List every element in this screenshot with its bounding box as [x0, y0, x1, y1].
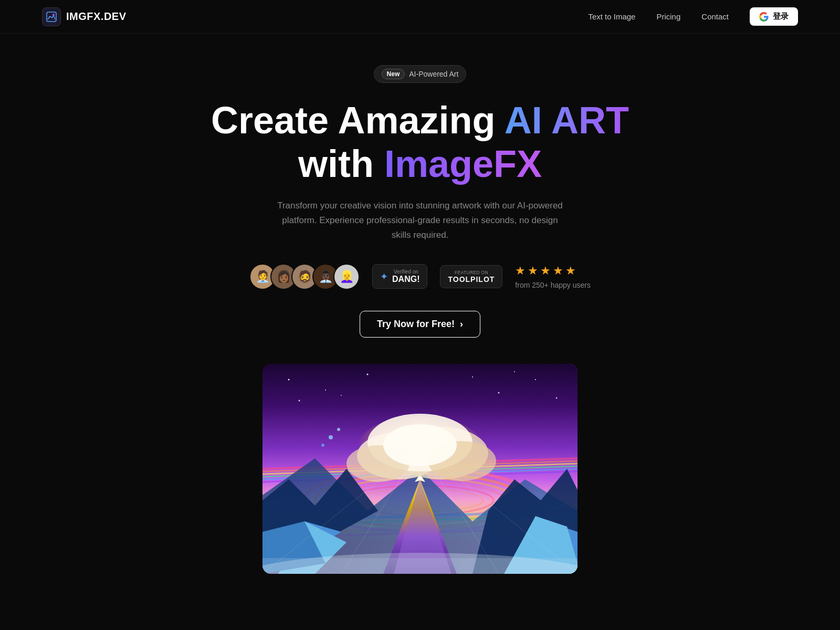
- svg-rect-49: [262, 558, 578, 574]
- nav-links: Text to Image Pricing Contact 登录: [588, 7, 798, 26]
- svg-point-39: [325, 390, 326, 391]
- verified-icon: ✦: [380, 271, 388, 282]
- toolpilot-name: TOOLPILOT: [448, 275, 495, 284]
- social-proof: 🧑‍💼 👩🏾 🧔 👨🏿‍💼 👱‍♀️ ✦ Verified on DANG! F…: [249, 264, 591, 290]
- verified-text: Verified on DANG!: [392, 269, 419, 284]
- svg-point-43: [472, 376, 473, 377]
- badge-new-label: New: [382, 69, 405, 79]
- svg-point-47: [514, 371, 515, 372]
- nav-pricing[interactable]: Pricing: [656, 12, 680, 21]
- star-3: ★: [540, 264, 551, 278]
- star-2: ★: [528, 264, 538, 278]
- navbar: IMGFX.DEV Text to Image Pricing Contact …: [0, 0, 840, 34]
- svg-point-56: [321, 444, 324, 447]
- svg-point-45: [535, 379, 536, 380]
- svg-point-37: [383, 424, 457, 466]
- title-imagefx: ImageFX: [384, 143, 542, 185]
- rating-text: from 250+ happy users: [515, 281, 591, 289]
- svg-point-54: [329, 435, 333, 439]
- toolpilot-label: FEATURED ON: [448, 270, 495, 275]
- hero-art-svg: [262, 364, 578, 574]
- cta-button[interactable]: Try Now for Free! ›: [360, 311, 480, 338]
- google-icon: [759, 12, 769, 22]
- svg-point-41: [341, 395, 342, 396]
- svg-point-1: [52, 14, 55, 16]
- avatar-5: 👱‍♀️: [333, 264, 360, 290]
- cta-label: Try Now for Free!: [377, 319, 455, 330]
- hero-section: New AI-Powered Art Create Amazing AI ART…: [0, 34, 840, 574]
- star-rating: ★ ★ ★ ★ ★: [515, 264, 576, 278]
- svg-point-44: [498, 392, 500, 393]
- login-label: 登录: [773, 12, 789, 22]
- ratings: ★ ★ ★ ★ ★ from 250+ happy users: [515, 264, 591, 289]
- badge-text: AI-Powered Art: [409, 70, 458, 78]
- svg-point-42: [299, 400, 300, 401]
- svg-point-46: [556, 397, 558, 398]
- svg-point-40: [367, 373, 369, 375]
- hero-image: [262, 364, 578, 574]
- verified-name: DANG!: [392, 275, 419, 284]
- star-5: ★: [565, 264, 576, 278]
- cta-arrow-icon: ›: [460, 319, 463, 330]
- svg-point-38: [288, 379, 290, 380]
- logo-icon: [42, 7, 61, 26]
- nav-text-to-image[interactable]: Text to Image: [588, 12, 635, 21]
- svg-point-55: [337, 428, 340, 431]
- title-create-amazing: Create Amazing: [211, 99, 505, 141]
- nav-contact[interactable]: Contact: [701, 12, 729, 21]
- hero-subtitle: Transform your creative vision into stun…: [273, 198, 567, 243]
- login-button[interactable]: 登录: [750, 7, 798, 26]
- svg-rect-0: [47, 12, 56, 22]
- dang-badge: ✦ Verified on DANG!: [372, 264, 427, 289]
- user-avatars: 🧑‍💼 👩🏾 🧔 👨🏿‍💼 👱‍♀️: [249, 264, 360, 290]
- verified-label: Verified on: [392, 269, 419, 275]
- title-ai-art: AI ART: [505, 99, 629, 141]
- hero-badge: New AI-Powered Art: [374, 65, 467, 83]
- star-1: ★: [515, 264, 526, 278]
- title-with: with: [298, 143, 384, 185]
- logo-text: IMGFX.DEV: [66, 10, 127, 23]
- toolpilot-text: FEATURED ON TOOLPILOT: [448, 270, 495, 284]
- logo[interactable]: IMGFX.DEV: [42, 7, 127, 26]
- star-4: ★: [553, 264, 563, 278]
- toolpilot-badge: FEATURED ON TOOLPILOT: [440, 265, 502, 288]
- hero-title: Create Amazing AI ART with ImageFX: [211, 99, 629, 186]
